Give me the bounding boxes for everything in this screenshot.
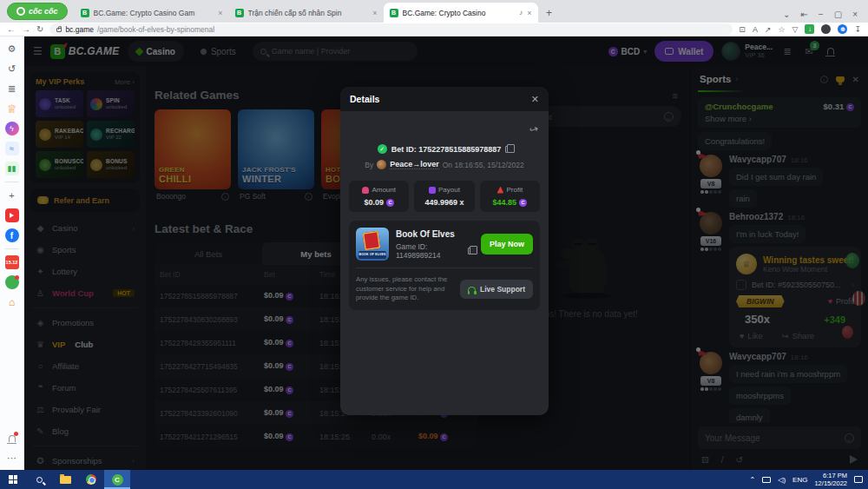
coin-icon: C xyxy=(386,199,394,207)
url-path: /game/book-of-elves-by-spinomenal xyxy=(97,25,214,34)
profit-icon xyxy=(496,187,503,194)
facebook-icon[interactable]: f xyxy=(5,228,19,242)
browser-tabstrip: cốc cốc BC.Game: Crypto Casino Gam × Trậ… xyxy=(0,0,868,23)
pin-sidebar-icon[interactable]: ⇤ xyxy=(800,10,807,19)
copy-icon[interactable] xyxy=(505,146,511,153)
settings-icon[interactable]: ⚙ xyxy=(5,42,19,56)
browser-tab-1[interactable]: BC.Game: Crypto Casino Gam × xyxy=(75,3,229,23)
divider xyxy=(356,268,533,268)
weather-widget-icon[interactable]: ≈ xyxy=(5,142,19,155)
coccoc-brand-label: cốc cốc xyxy=(29,7,58,16)
live-support-button[interactable]: Live Support xyxy=(460,280,533,299)
bet-username[interactable]: Peace→lover xyxy=(390,160,439,169)
copy-icon[interactable] xyxy=(468,248,474,254)
taskbar-search-icon[interactable] xyxy=(26,470,52,489)
browser-tab-3-active[interactable]: BC.Game: Crypto Casino ♪ × xyxy=(384,3,538,23)
by-label: By xyxy=(365,161,373,169)
tab-search-icon[interactable]: ⌄ xyxy=(783,10,790,19)
divider xyxy=(5,182,19,182)
tab-title: Trận chiến cấp số nhân Spin xyxy=(248,9,369,17)
url-field[interactable]: bc.game /game/book-of-elves-by-spinomena… xyxy=(49,23,733,35)
adblock-shield-icon[interactable]: ▽ xyxy=(792,25,799,34)
new-tab-button[interactable]: + xyxy=(542,7,557,19)
game-title: Book Of Elves xyxy=(396,229,474,239)
support-note: Any issues, please contact the customer … xyxy=(356,275,453,303)
play-now-button[interactable]: Play Now xyxy=(481,234,533,254)
bet-id: Bet ID: 1752278515885978887 xyxy=(391,145,502,154)
stat-profit: Profit $44.85C xyxy=(480,181,540,212)
coccoc-menu-button[interactable]: cốc cốc xyxy=(7,3,68,20)
modal-title: Details xyxy=(350,94,379,104)
network-icon[interactable] xyxy=(762,477,771,483)
forward-icon[interactable]: → xyxy=(22,25,30,34)
minimize-button[interactable]: − xyxy=(819,10,824,19)
tab-close-icon[interactable]: × xyxy=(527,9,531,17)
amount-icon xyxy=(362,187,369,194)
book-of-elves-thumbnail: BOOK OF ELVES xyxy=(356,228,389,261)
live-support-label: Live Support xyxy=(480,285,525,294)
stat-payout: Payout 449.9969 x xyxy=(414,181,474,212)
close-window-button[interactable]: × xyxy=(852,10,858,19)
volume-icon[interactable]: ◁) xyxy=(778,476,786,484)
browser-side-rail: ⚙ ↺ ≣ ♕ ϟ ≈ ▮▮ + f 15.12 ⌂ ⋯ xyxy=(0,36,24,470)
tab-favicon xyxy=(81,9,89,17)
clock[interactable]: 6:17 PM 12/15/2022 xyxy=(814,472,847,488)
sticker-icon[interactable] xyxy=(5,275,19,289)
tab-title: BC.Game: Crypto Casino xyxy=(403,9,516,17)
tab-audio-icon[interactable]: ♪ xyxy=(519,9,523,17)
url-host: bc.game xyxy=(65,25,94,34)
browser-tab-2[interactable]: Trận chiến cấp số nhân Spin × xyxy=(229,3,384,23)
coccoc-logo-icon xyxy=(16,7,25,16)
windows-taskbar: C ⌃ ◁) ENG 6:17 PM 12/15/2022 xyxy=(0,470,868,489)
browser-addressbar: ← → ↻ bc.game /game/book-of-elves-by-spi… xyxy=(0,23,868,36)
coin-icon: C xyxy=(519,199,527,207)
system-tray: ⌃ ◁) ENG 6:17 PM 12/15/2022 xyxy=(750,472,868,488)
tray-expand-icon[interactable]: ⌃ xyxy=(750,476,756,484)
shopping-icon[interactable]: ⌂ xyxy=(5,295,19,309)
tab-close-icon[interactable]: × xyxy=(218,9,222,17)
game-card: BOOK OF ELVES Book Of Elves Game ID: 114… xyxy=(349,221,540,310)
headset-icon xyxy=(468,287,476,292)
bcgame-app: ☰ B BC.GAME Casino Sports xyxy=(24,36,868,470)
coccoc-taskbar-icon[interactable]: C xyxy=(104,470,130,489)
reading-list-icon[interactable]: ≣ xyxy=(5,82,19,96)
avatar xyxy=(377,160,386,169)
tab-favicon xyxy=(235,9,244,17)
share-page-icon[interactable]: ↗ xyxy=(765,25,772,34)
download-extension-icon[interactable]: ↓ xyxy=(805,24,814,34)
add-shortcut-icon[interactable]: + xyxy=(5,188,19,202)
chrome-icon[interactable] xyxy=(78,470,104,489)
language-indicator[interactable]: ENG xyxy=(792,476,807,484)
start-button[interactable] xyxy=(0,470,26,489)
maximize-button[interactable]: ▢ xyxy=(834,10,842,19)
extension-icon[interactable] xyxy=(821,24,831,34)
close-icon[interactable]: ✕ xyxy=(531,94,539,105)
verified-shield-icon: ✓ xyxy=(378,144,387,154)
games-icon[interactable]: ▮▮ xyxy=(5,162,19,175)
bet-datetime: On 18:16:55, 15/12/2022 xyxy=(443,161,524,169)
screen: cốc cốc BC.Game: Crypto Casino Gam × Trậ… xyxy=(0,0,868,489)
history-icon[interactable]: ↺ xyxy=(5,62,19,76)
back-icon[interactable]: ← xyxy=(7,25,16,34)
action-center-icon[interactable] xyxy=(854,476,863,483)
save-page-icon[interactable]: ⊡ xyxy=(739,25,746,34)
vip-crown-icon[interactable]: ♕ xyxy=(5,102,19,116)
share-icon[interactable]: ↪ xyxy=(528,122,540,137)
messenger-icon[interactable]: ϟ xyxy=(5,122,19,135)
stat-amount: Amount $0.09C xyxy=(349,181,409,212)
file-explorer-icon[interactable] xyxy=(52,470,78,489)
bookmark-star-icon[interactable]: ☆ xyxy=(778,25,785,34)
notifications-bell-icon[interactable] xyxy=(5,432,19,446)
tab-close-icon[interactable]: × xyxy=(372,9,377,17)
browser-profile-avatar[interactable]: ☻ xyxy=(838,24,847,34)
translate-icon[interactable]: A xyxy=(753,25,758,34)
calendar-icon[interactable]: 15.12 xyxy=(5,255,19,269)
youtube-icon[interactable] xyxy=(5,208,19,222)
tab-title: BC.Game: Crypto Casino Gam xyxy=(94,9,214,17)
game-id: Game ID: 11498989214 xyxy=(396,242,464,260)
downloads-icon[interactable]: ↧ xyxy=(854,25,861,34)
more-icon[interactable]: ⋯ xyxy=(5,451,19,465)
reload-icon[interactable]: ↻ xyxy=(36,25,43,34)
tab-favicon xyxy=(390,9,398,17)
bet-details-modal: Details ✕ ↪ ✓ Bet ID: 175227851588597888… xyxy=(340,87,549,415)
